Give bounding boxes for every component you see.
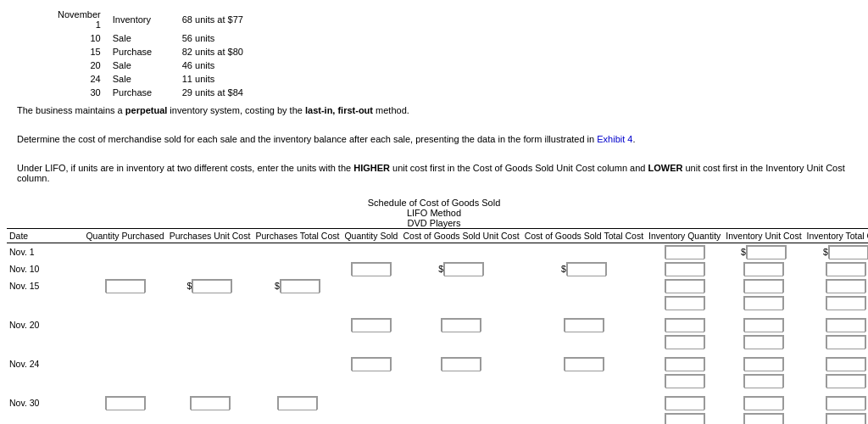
nov15-unit-cost[interactable]: $ [167, 277, 253, 294]
nov30b-inv-unit[interactable] [723, 411, 804, 424]
nov30-inv-total1-input[interactable] [826, 397, 865, 410]
nov30-total-cost[interactable] [253, 394, 342, 411]
nov30b-inv-total-input[interactable] [826, 414, 865, 424]
nov30a-cogs-unit [400, 394, 521, 411]
nov30-inv-unit1-input[interactable] [744, 397, 783, 410]
nov15-inv-unit-1[interactable] [723, 277, 804, 294]
nov24-inv-qty1-input[interactable] [665, 358, 704, 371]
nov10-cogs-total-input[interactable] [567, 263, 606, 276]
nov10-qty-sold[interactable] [342, 260, 400, 277]
nov24b-inv-qty-input[interactable] [665, 375, 704, 388]
nov30-inv-total-1[interactable] [804, 394, 868, 411]
nov15-unit-cost-input[interactable] [192, 280, 231, 293]
nov10-inv-qty[interactable] [646, 260, 723, 277]
nov24b-inv-total[interactable] [804, 372, 868, 389]
nov10-cogs-unit-input[interactable] [444, 263, 483, 276]
nov20-cogs-total[interactable] [522, 316, 646, 333]
nov30-qty-purchased-input[interactable] [106, 397, 145, 410]
nov20-inv-unit-1[interactable] [723, 316, 804, 333]
table-row-nov1: Nov. 1 $ $ [7, 243, 868, 261]
nov1-inv-unit[interactable]: $ [723, 243, 804, 261]
nov20-cogs-unit[interactable] [400, 316, 521, 333]
nov20b-inv-unit[interactable] [723, 333, 804, 350]
nov24-inv-unit1-input[interactable] [744, 358, 783, 371]
nov15-total-cost[interactable]: $ [253, 277, 342, 294]
nov1-inv-total-input[interactable] [829, 246, 868, 259]
nov30-inv-unit-1[interactable] [723, 394, 804, 411]
nov10-inv-total[interactable] [804, 260, 868, 277]
nov15b-total-cost [253, 294, 342, 311]
nov15b-inv-unit-input[interactable] [744, 297, 783, 310]
date-nov30b [7, 411, 83, 424]
nov20-inv-unit1-input[interactable] [744, 319, 783, 332]
nov20-cogs-total-input[interactable] [565, 319, 604, 332]
nov24-qty-sold-input[interactable] [352, 358, 391, 371]
nov15b-inv-total-input[interactable] [826, 297, 865, 310]
nov20b-qty-sold [342, 333, 400, 350]
nov30b-inv-qty-input[interactable] [665, 414, 704, 424]
nov30-unit-cost[interactable] [167, 394, 253, 411]
nov10-inv-qty-input[interactable] [665, 263, 704, 276]
nov10-inv-unit-input[interactable] [744, 263, 783, 276]
nov24b-inv-total-input[interactable] [826, 375, 865, 388]
nov10-inv-total-input[interactable] [826, 263, 865, 276]
nov30b-inv-total[interactable] [804, 411, 868, 424]
nov24-inv-qty-1[interactable] [646, 355, 723, 372]
nov20b-inv-unit-input[interactable] [744, 336, 783, 349]
nov15b-qty-purchased [83, 294, 166, 311]
nov24-inv-total1-input[interactable] [826, 358, 865, 371]
nov15-qty-purchased-input[interactable] [106, 280, 145, 293]
nov20b-inv-total-input[interactable] [826, 336, 865, 349]
nov30b-inv-unit-input[interactable] [744, 414, 783, 424]
header-purchases-unit-cost: Purchases Unit Cost [167, 229, 253, 243]
nov24-cogs-total[interactable] [522, 355, 646, 372]
nov15-qty-purchased[interactable] [83, 277, 166, 294]
nov24b-inv-unit-input[interactable] [744, 375, 783, 388]
nov10-qty-sold-input[interactable] [352, 263, 391, 276]
nov24-qty-sold[interactable] [342, 355, 400, 372]
nov20-inv-qty-1[interactable] [646, 316, 723, 333]
nov24-inv-total-1[interactable] [804, 355, 868, 372]
nov15-inv-total-1[interactable] [804, 277, 868, 294]
nov15b-inv-unit[interactable] [723, 294, 804, 311]
nov15-inv-qty-1[interactable] [646, 277, 723, 294]
nov10-cogs-total[interactable]: $ [522, 260, 646, 277]
nov20-qty-sold[interactable] [342, 316, 400, 333]
nov30-inv-qty-1[interactable] [646, 394, 723, 411]
nov30-total-cost-input[interactable] [278, 397, 317, 410]
nov20-qty-sold-input[interactable] [352, 319, 391, 332]
nov20b-inv-qty-input[interactable] [665, 336, 704, 349]
nov24-cogs-unit-input[interactable] [442, 358, 481, 371]
nov10-cogs-unit[interactable]: $ [400, 260, 521, 277]
nov15-inv-unit1-input[interactable] [744, 280, 783, 293]
nov1-inv-unit-input[interactable] [747, 246, 786, 259]
nov24-inv-unit-1[interactable] [723, 355, 804, 372]
nov20-cogs-unit-input[interactable] [442, 319, 481, 332]
nov20b-inv-qty[interactable] [646, 333, 723, 350]
nov15b-inv-qty-input[interactable] [665, 297, 704, 310]
nov24b-qty-sold [342, 372, 400, 389]
nov30-unit-cost-input[interactable] [191, 397, 230, 410]
nov24b-inv-qty[interactable] [646, 372, 723, 389]
nov15-inv-total1-input[interactable] [826, 280, 865, 293]
nov24-cogs-unit[interactable] [400, 355, 521, 372]
nov24b-inv-unit[interactable] [723, 372, 804, 389]
table-row-nov24a: Nov. 24 [7, 355, 868, 372]
nov1-inv-qty-input[interactable] [665, 246, 704, 259]
nov15-total-cost-input[interactable] [281, 280, 320, 293]
nov15b-inv-total[interactable] [804, 294, 868, 311]
nov1-inv-total[interactable]: $ [804, 243, 868, 261]
nov20-total-cost [253, 316, 342, 333]
nov20-inv-total-1[interactable] [804, 316, 868, 333]
nov30-inv-qty1-input[interactable] [665, 397, 704, 410]
nov15-inv-qty1-input[interactable] [665, 280, 704, 293]
nov24-cogs-total-input[interactable] [565, 358, 604, 371]
nov20b-inv-total[interactable] [804, 333, 868, 350]
nov20-inv-qty1-input[interactable] [665, 319, 704, 332]
nov1-inv-qty[interactable] [646, 243, 723, 261]
nov20-inv-total1-input[interactable] [826, 319, 865, 332]
nov15b-inv-qty[interactable] [646, 294, 723, 311]
nov10-inv-unit[interactable] [723, 260, 804, 277]
nov30-qty-purchased[interactable] [83, 394, 166, 411]
nov30b-inv-qty[interactable] [646, 411, 723, 424]
